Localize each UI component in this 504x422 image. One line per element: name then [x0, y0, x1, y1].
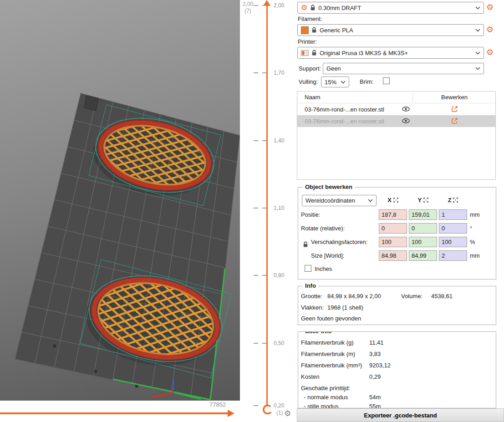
edit-object-icon[interactable] — [451, 117, 458, 124]
print-settings-combo[interactable]: ⚙ 0.30mm DRAFT — [297, 2, 484, 14]
position-y-field[interactable]: 159,01 — [409, 209, 437, 220]
tick-label: 1,10 — [274, 205, 284, 211]
axis-frame-icon — [423, 198, 428, 203]
infill-combo[interactable]: 15% — [321, 76, 349, 87]
tick-dash — [254, 140, 258, 141]
printer-edit-gear-icon[interactable]: ⚙ — [486, 48, 494, 56]
info-panel: Info Grootte: 84,98 x 84,99 x 2,00 Volum… — [298, 286, 496, 325]
size-z-field[interactable]: 2 — [439, 250, 467, 261]
edit-object-icon[interactable] — [451, 106, 458, 112]
position-unit: mm — [470, 211, 480, 218]
inches-checkbox[interactable] — [305, 265, 311, 272]
support-value: Geen — [326, 65, 473, 72]
object-row[interactable]: 03-76mm-rond-...en rooster.stl — [297, 103, 495, 115]
eye-icon[interactable] — [402, 118, 410, 123]
bed-counter-label: 77852 — [209, 401, 226, 408]
object-manipulation-panel: Object bewerken Wereldcoördinaten X Y Z … — [298, 187, 496, 280]
rotate-label: Rotate (relative): — [301, 225, 345, 232]
chevron-down-icon — [368, 199, 373, 202]
chevron-down-icon — [475, 67, 480, 70]
uniform-scale-lock-icon[interactable] — [303, 241, 308, 248]
chevron-down-icon — [475, 6, 480, 10]
print-settings-edit-gear-icon[interactable]: ⚙ — [486, 3, 494, 11]
slice-row-label: Filamentverbruik (m) — [301, 351, 355, 357]
bed-screw-hole — [53, 345, 56, 348]
support-label: Support: — [299, 65, 321, 72]
lock-icon — [311, 27, 317, 33]
rotate-z-field[interactable]: 0 — [439, 223, 467, 234]
slice-row-label: Filamentverbruik (mm³) — [301, 362, 362, 369]
viewport-3d[interactable] — [0, 0, 240, 401]
object-row-selected[interactable]: 03-76mm-rond-...en rooster.stl — [297, 115, 495, 127]
slice-row-label: - stille modus — [304, 403, 339, 408]
scale-label: Verschalingsfactoren: — [311, 239, 367, 245]
column-header-edit: Bewerken — [412, 94, 496, 101]
brim-checkbox[interactable] — [383, 77, 390, 84]
tick-dash — [254, 405, 258, 406]
tick-label: 1,70 — [274, 70, 284, 76]
volume-label: Volume: — [401, 293, 423, 300]
filament-label: Filament: — [298, 15, 322, 22]
slice-row-label: Geschatte printtijd: — [301, 385, 350, 391]
support-combo[interactable]: Geen — [323, 63, 484, 74]
printer-label: Printer: — [298, 38, 317, 45]
position-z-field[interactable]: 1 — [439, 209, 467, 220]
facets-label: Vlakken: — [301, 304, 324, 311]
object-name: 03-76mm-rond-...en rooster.stl — [305, 118, 384, 125]
chevron-down-icon — [475, 51, 480, 55]
layer-top-value: 2,00 — [243, 1, 253, 7]
tick-dash — [262, 140, 267, 141]
bed-screw-hole — [94, 370, 97, 373]
slice-info-title: Slice-info — [303, 331, 334, 335]
size-label: Size [World]: — [311, 252, 344, 259]
slice-row-value: 0,29 — [369, 373, 381, 380]
axis-header-x: X — [379, 197, 407, 203]
eye-icon[interactable] — [402, 107, 410, 112]
size-x-field[interactable]: 84,98 — [379, 250, 407, 261]
brim-label: Brim: — [360, 78, 373, 85]
horizontal-move-slider[interactable] — [0, 412, 228, 414]
printer-combo[interactable]: Original Prusa i3 MK3S & MK3S+ — [297, 47, 484, 59]
coordinate-system-combo[interactable]: Wereldcoördinaten — [302, 195, 377, 206]
layer-slider-track[interactable] — [266, 5, 268, 407]
position-x-field[interactable]: 187,8 — [379, 209, 407, 220]
axis-header-z: Z — [439, 197, 467, 203]
tick-label: 2,00 — [274, 2, 284, 9]
axis-y-label: Y — [417, 197, 421, 203]
slider-settings-gear-icon[interactable]: ⚙ — [284, 409, 291, 418]
size-unit: mm — [470, 252, 480, 259]
slice-row-label: - normale modus — [304, 394, 348, 401]
tick-dash — [262, 5, 267, 6]
slice-row-value: 9203,12 — [369, 362, 391, 369]
column-header-name: Naam — [305, 94, 321, 101]
slice-row-label: Filamentverbruik (g) — [301, 339, 354, 346]
size-y-field[interactable]: 84,99 — [409, 250, 437, 261]
bed-clip-tab — [84, 96, 98, 111]
axis-x-label: X — [387, 197, 392, 203]
scale-z-field[interactable]: 100 — [439, 237, 467, 247]
tick-dash — [254, 208, 258, 208]
volume-value: 4538,61 — [431, 293, 453, 300]
horizontal-slider-arrow[interactable] — [228, 410, 234, 417]
rotate-y-field[interactable]: 0 — [409, 223, 437, 234]
filament-edit-gear-icon[interactable]: ⚙ — [486, 25, 494, 34]
export-gcode-button[interactable]: Exporteer .gcode-bestand — [297, 408, 504, 422]
scale-y-field[interactable]: 100 — [409, 237, 437, 247]
rotate-x-field[interactable]: 0 — [379, 223, 407, 234]
axis-z-label: Z — [448, 197, 452, 203]
object-list: Naam Bewerken 03-76mm-rond-...en rooster… — [297, 91, 496, 180]
lock-icon — [310, 5, 316, 11]
object-panel-title: Object bewerken — [303, 183, 355, 190]
facets-value: 1968 (1 shell) — [327, 304, 363, 311]
filament-combo[interactable]: Generic PLA — [297, 24, 484, 36]
scale-x-field[interactable]: 100 — [379, 237, 407, 247]
chevron-down-icon — [475, 29, 480, 32]
print-settings-gear-icon: ⚙ — [301, 4, 307, 11]
tick-dash — [254, 72, 258, 73]
position-label: Positie: — [301, 211, 321, 218]
info-panel-title: Info — [303, 282, 318, 289]
layer-slider-bottom-handle[interactable] — [261, 403, 273, 416]
viewport-3d-scene[interactable] — [0, 0, 240, 401]
size-info-label: Grootte: — [301, 293, 322, 300]
tick-label: 0,50 — [274, 340, 284, 346]
